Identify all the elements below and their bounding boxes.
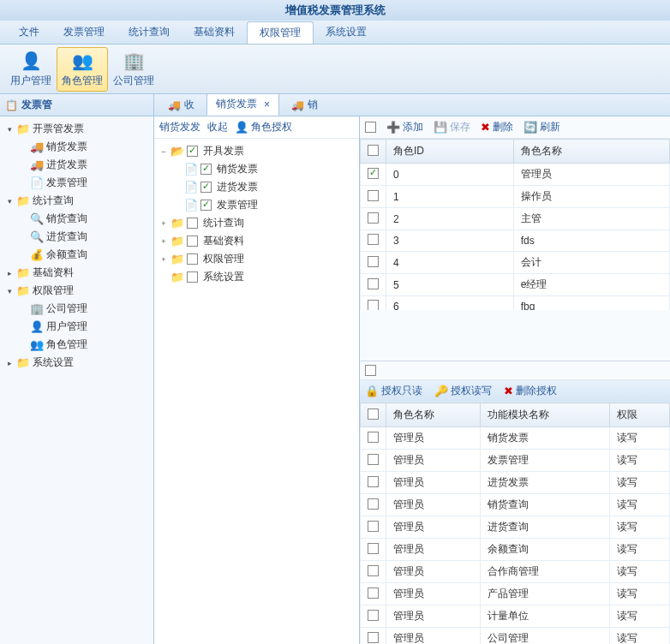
row-checkbox[interactable] [368, 300, 379, 310]
menu-2[interactable]: 统计查询 [117, 21, 182, 43]
table-row[interactable]: 5e经理 [361, 274, 670, 296]
tree-node[interactable]: ▾📁开票管发票 [2, 120, 152, 138]
module-checkbox[interactable] [200, 182, 212, 193]
app-header: 增值税发票管理系统 [0, 0, 670, 21]
row-checkbox[interactable] [368, 498, 379, 510]
table-row[interactable]: 管理员销货查询读写 [361, 494, 670, 516]
tree-node[interactable]: 👥角色管理 [2, 336, 152, 354]
table-row[interactable]: 管理员进货发票读写 [361, 472, 670, 494]
tree-node[interactable]: ▸📁系统设置 [2, 354, 152, 372]
col-chk[interactable] [368, 408, 379, 420]
auth-readonly-button[interactable]: 🔒授权只读 [365, 384, 422, 398]
module-node[interactable]: 📄发票管理 [156, 196, 357, 214]
table-row[interactable]: 管理员余额查询读写 [361, 539, 670, 561]
cell-perm: 读写 [610, 516, 670, 539]
row-checkbox[interactable] [368, 632, 379, 643]
col-chk[interactable] [368, 145, 379, 156]
cell-name: 主管 [513, 208, 669, 230]
folder-icon: 📁 [170, 253, 184, 265]
tab[interactable]: 🚚销 [283, 94, 326, 116]
row-checkbox[interactable] [368, 476, 379, 487]
menu-4[interactable]: 权限管理 [247, 21, 314, 44]
tree-node[interactable]: 🔍销货查询 [2, 210, 152, 228]
cell-module: 合作商管理 [481, 561, 610, 583]
tree-node[interactable]: 🔍进货查询 [2, 228, 152, 246]
table-row[interactable]: 3fds [361, 230, 670, 252]
refresh-button[interactable]: 🔄刷新 [523, 120, 560, 134]
tab[interactable]: 🚚收 [159, 94, 203, 116]
module-checkbox[interactable] [200, 200, 212, 211]
table-row[interactable]: 6fbg [361, 296, 670, 311]
menu-1[interactable]: 发票管理 [51, 21, 117, 43]
row-checkbox[interactable] [368, 521, 379, 532]
row-checkbox[interactable] [368, 454, 379, 465]
module-checkbox[interactable] [200, 164, 212, 175]
role-auth-button[interactable]: 👤角色授权 [235, 120, 292, 134]
module-node[interactable]: −📂开具发票 [156, 142, 357, 160]
table-row[interactable]: 0管理员 [361, 164, 670, 186]
module-node[interactable]: 📄销货发票 [156, 160, 357, 178]
row-checkbox[interactable] [368, 168, 379, 179]
remove-auth-button[interactable]: ✖删除授权 [504, 384, 557, 398]
tab[interactable]: 销货发票× [206, 94, 279, 116]
row-checkbox[interactable] [368, 432, 379, 443]
row-checkbox[interactable] [368, 190, 379, 201]
folder-icon: 🚚 [30, 141, 44, 153]
module-checkbox[interactable] [187, 218, 198, 229]
tree-node[interactable]: 👤用户管理 [2, 318, 152, 336]
tree-node[interactable]: 💰余额查询 [2, 246, 152, 264]
save-button[interactable]: 💾保存 [434, 120, 470, 134]
select-all-checkbox[interactable] [365, 122, 376, 133]
perm-select-all[interactable] [365, 365, 376, 376]
expander-icon: ▸ [5, 269, 14, 277]
tree-node[interactable]: ▾📁统计查询 [2, 192, 152, 210]
menu-0[interactable]: 文件 [7, 21, 51, 43]
table-row[interactable]: 管理员计量单位读写 [361, 605, 670, 628]
table-row[interactable]: 管理员销货发票读写 [361, 427, 670, 450]
row-checkbox[interactable] [368, 278, 379, 289]
row-checkbox[interactable] [368, 212, 379, 224]
close-icon[interactable]: × [264, 98, 270, 110]
tree-node[interactable]: 📄发票管理 [2, 174, 152, 192]
table-row[interactable]: 管理员公司管理读写 [361, 628, 670, 645]
toolbar-公司管理[interactable]: 🏢公司管理 [108, 47, 159, 92]
table-row[interactable]: 管理员进货查询读写 [361, 516, 670, 539]
module-checkbox[interactable] [187, 253, 198, 265]
tree-node[interactable]: 🚚进货发票 [2, 156, 152, 174]
auth-readwrite-button[interactable]: 🔑授权读写 [434, 384, 492, 398]
module-tree-panel: 销货发发 收起 👤角色授权 −📂开具发票📄销货发票📄进货发票📄发票管理+📁统计查… [154, 116, 360, 644]
collapse-button[interactable]: 收起 [207, 120, 228, 134]
module-node[interactable]: +📁基础资料 [156, 232, 357, 250]
table-row[interactable]: 管理员发票管理读写 [361, 450, 670, 472]
module-node[interactable]: 📄进货发票 [156, 178, 357, 196]
module-checkbox[interactable] [187, 236, 198, 247]
table-row[interactable]: 管理员合作商管理读写 [361, 561, 670, 583]
tree-node[interactable]: 🚚销货发票 [2, 138, 152, 156]
row-checkbox[interactable] [368, 587, 379, 599]
back-link[interactable]: 销货发发 [159, 120, 200, 134]
module-checkbox[interactable] [187, 271, 198, 283]
toolbar-角色管理[interactable]: 👥角色管理 [57, 47, 108, 92]
tree-node[interactable]: ▾📁权限管理 [2, 282, 152, 300]
table-row[interactable]: 1操作员 [361, 186, 670, 208]
tree-node[interactable]: ▸📁基础资料 [2, 264, 152, 282]
table-row[interactable]: 4会计 [361, 252, 670, 274]
add-button[interactable]: ➕添加 [386, 120, 423, 134]
module-node[interactable]: 📁系统设置 [156, 268, 357, 286]
row-checkbox[interactable] [368, 543, 379, 554]
menu-5[interactable]: 系统设置 [314, 21, 379, 43]
module-checkbox[interactable] [187, 146, 198, 157]
row-checkbox[interactable] [368, 610, 379, 621]
module-node[interactable]: +📁统计查询 [156, 214, 357, 232]
row-checkbox[interactable] [368, 256, 379, 267]
row-checkbox[interactable] [368, 234, 379, 245]
delete-button[interactable]: ✖删除 [481, 120, 513, 134]
tab-icon: 🚚 [291, 99, 304, 111]
row-checkbox[interactable] [368, 565, 379, 576]
table-row[interactable]: 管理员产品管理读写 [361, 583, 670, 605]
toolbar-用户管理[interactable]: 👤用户管理 [5, 47, 57, 92]
table-row[interactable]: 2主管 [361, 208, 670, 230]
tree-node[interactable]: 🏢公司管理 [2, 300, 152, 318]
module-node[interactable]: +📁权限管理 [156, 250, 357, 268]
menu-3[interactable]: 基础资料 [182, 21, 247, 43]
